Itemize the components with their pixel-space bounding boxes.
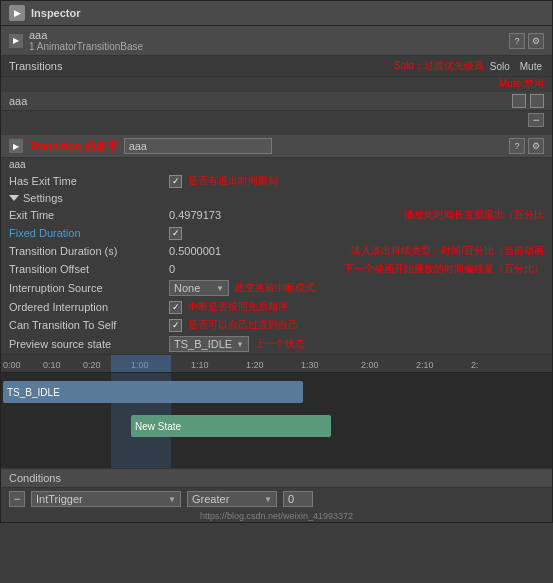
- component-name: aaa: [29, 29, 143, 41]
- transition-detail-icons: ? ⚙: [509, 138, 544, 154]
- transition-title-row: ▶ Transition 的名字: [9, 138, 272, 154]
- interruption-source-row: Interruption Source None ▼ 此变换被中断模式: [1, 278, 552, 298]
- interruption-source-dropdown[interactable]: None ▼: [169, 280, 229, 296]
- can-transition-self-checkbox[interactable]: [169, 319, 182, 332]
- component-type: 1 AnimatorTransitionBase: [29, 41, 143, 52]
- settings-triangle-icon: [9, 195, 19, 201]
- transition-detail-header: ▶ Transition 的名字 ? ⚙: [1, 135, 552, 158]
- can-transition-self-label: Can Transition To Self: [9, 319, 169, 331]
- transitions-bar: Transitions Solo：过渡优先级高 Solo Mute: [1, 56, 552, 77]
- ordered-interruption-checkbox[interactable]: [169, 301, 182, 314]
- conditions-row: − IntTrigger ▼ Greater ▼: [1, 488, 552, 510]
- transition-settings-icon[interactable]: ⚙: [528, 138, 544, 154]
- help-icon[interactable]: ?: [509, 33, 525, 49]
- window-title: Inspector: [31, 7, 81, 19]
- ordered-interruption-row: Ordered Interruption 中断是否按照先后顺序: [1, 298, 552, 316]
- exit-time-annotation: 播放此时间长度后退出（百分比: [404, 208, 544, 222]
- ruler-label-1: 0:10: [43, 360, 61, 370]
- condition-op-arrow: ▼: [264, 495, 272, 504]
- timeline-body[interactable]: TS_B_IDLE New State: [1, 373, 552, 468]
- transition-duration-row: Transition Duration (s) 0.5000001 淡入淡出持续…: [1, 242, 552, 260]
- title-bar: ▶ Inspector: [1, 1, 552, 26]
- transition-detail-icon: ▶: [9, 139, 23, 153]
- solo-label: Solo: [490, 61, 510, 72]
- transition-duration-value: 0.5000001: [169, 245, 345, 257]
- solo-mute-area: Solo：过渡优先级高 Solo Mute: [394, 59, 544, 73]
- exit-time-label: Exit Time: [9, 209, 169, 221]
- transition-name-label: Transition 的名字: [29, 139, 118, 154]
- interruption-source-value: None: [174, 282, 200, 294]
- exit-time-row: Exit Time 0.4979173 播放此时间长度后退出（百分比: [1, 206, 552, 224]
- interruption-dropdown-arrow: ▼: [216, 284, 224, 293]
- ruler-label-9: 2:: [471, 360, 479, 370]
- preview-dropdown-arrow: ▼: [236, 340, 244, 349]
- solo-checkbox[interactable]: [512, 94, 526, 108]
- inspector-window: ▶ Inspector ▶ aaa 1 AnimatorTransitionBa…: [0, 0, 553, 523]
- condition-parameter-value: IntTrigger: [36, 493, 83, 505]
- preview-source-state-row: Preview source state TS_B_IDLE ▼ 上一个状态: [1, 334, 552, 354]
- mute-label: Mute: [520, 61, 542, 72]
- timeline-block-new: New State: [131, 415, 331, 437]
- transition-help-icon[interactable]: ?: [509, 138, 525, 154]
- watermark-text: https://blog.csdn.net/weixin_41993372: [1, 510, 552, 522]
- transition-duration-annotation: 淡入淡出持续类型：时间/百分比（当前动画: [351, 244, 544, 258]
- mute-checkbox[interactable]: [530, 94, 544, 108]
- conditions-label: Conditions: [9, 472, 61, 484]
- transition-duration-label: Transition Duration (s): [9, 245, 169, 257]
- preview-source-label: Preview source state: [9, 338, 169, 350]
- preview-source-dropdown[interactable]: TS_B_IDLE ▼: [169, 336, 249, 352]
- preview-source-value: TS_B_IDLE: [174, 338, 232, 350]
- transition-list-item: aaa: [1, 92, 552, 111]
- preview-source-annotation: 上一个状态: [255, 337, 305, 351]
- condition-operator-value: Greater: [192, 493, 229, 505]
- condition-operator-dropdown[interactable]: Greater ▼: [187, 491, 277, 507]
- ordered-interruption-label: Ordered Interruption: [9, 301, 169, 313]
- has-exit-time-checkbox[interactable]: [169, 175, 182, 188]
- timeline-ruler: 0:00 0:10 0:20 1:00 1:10 1:20 1:30 2:00 …: [1, 355, 552, 373]
- timeline-block-new-label: New State: [135, 421, 181, 432]
- transition-name-input[interactable]: [124, 138, 272, 154]
- ruler-label-5: 1:20: [246, 360, 264, 370]
- interruption-source-label: Interruption Source: [9, 282, 169, 294]
- timeline-block-idle: TS_B_IDLE: [3, 381, 303, 403]
- solo-annotation: Solo：过渡优先级高: [394, 59, 484, 73]
- timeline-area: 0:00 0:10 0:20 1:00 1:10 1:20 1:30 2:00 …: [1, 354, 552, 468]
- transition-sub-name: aaa: [1, 158, 552, 172]
- transition-offset-annotation: 下一个动画开始播放的时间偏移量（百分比）: [344, 262, 544, 276]
- remove-transition-button[interactable]: −: [528, 113, 544, 127]
- has-exit-time-row: Has Exit Time 是否有退出时间限制: [1, 172, 552, 190]
- transition-offset-row: Transition Offset 0 下一个动画开始播放的时间偏移量（百分比）: [1, 260, 552, 278]
- condition-value-input[interactable]: [283, 491, 313, 507]
- component-header: ▶ aaa 1 AnimatorTransitionBase ? ⚙: [1, 26, 552, 56]
- ruler-highlight: [111, 355, 171, 372]
- interruption-annotation: 此变换被中断模式: [235, 281, 315, 295]
- conditions-header: Conditions: [1, 469, 552, 488]
- transition-item-name: aaa: [9, 95, 27, 107]
- remove-condition-button[interactable]: −: [9, 491, 25, 507]
- ruler-label-6: 1:30: [301, 360, 319, 370]
- has-exit-time-annotation: 是否有退出时间限制: [188, 174, 278, 188]
- fixed-duration-row: Fixed Duration: [1, 224, 552, 242]
- timeline-block-idle-label: TS_B_IDLE: [7, 387, 60, 398]
- exit-time-value: 0.4979173: [169, 209, 398, 221]
- condition-parameter-dropdown[interactable]: IntTrigger ▼: [31, 491, 181, 507]
- ruler-label-4: 1:10: [191, 360, 209, 370]
- component-icon: ▶: [9, 34, 23, 48]
- ruler-label-2: 0:20: [83, 360, 101, 370]
- conditions-section: Conditions − IntTrigger ▼ Greater ▼ http…: [1, 468, 552, 522]
- has-exit-time-label: Has Exit Time: [9, 175, 169, 187]
- header-icons: ? ⚙: [509, 33, 544, 49]
- transition-offset-label: Transition Offset: [9, 263, 169, 275]
- fixed-duration-checkbox[interactable]: [169, 227, 182, 240]
- fixed-duration-label: Fixed Duration: [9, 227, 169, 239]
- transition-item-controls: [512, 94, 544, 108]
- transition-offset-value: 0: [169, 263, 338, 275]
- inspector-icon: ▶: [9, 5, 25, 21]
- settings-section-label: Settings: [23, 192, 63, 204]
- can-transition-self-row: Can Transition To Self 是否可以自己过渡到自己: [1, 316, 552, 334]
- condition-param-arrow: ▼: [168, 495, 176, 504]
- settings-icon[interactable]: ⚙: [528, 33, 544, 49]
- ruler-label-7: 2:00: [361, 360, 379, 370]
- can-transition-self-annotation: 是否可以自己过渡到自己: [188, 318, 298, 332]
- ruler-label-8: 2:10: [416, 360, 434, 370]
